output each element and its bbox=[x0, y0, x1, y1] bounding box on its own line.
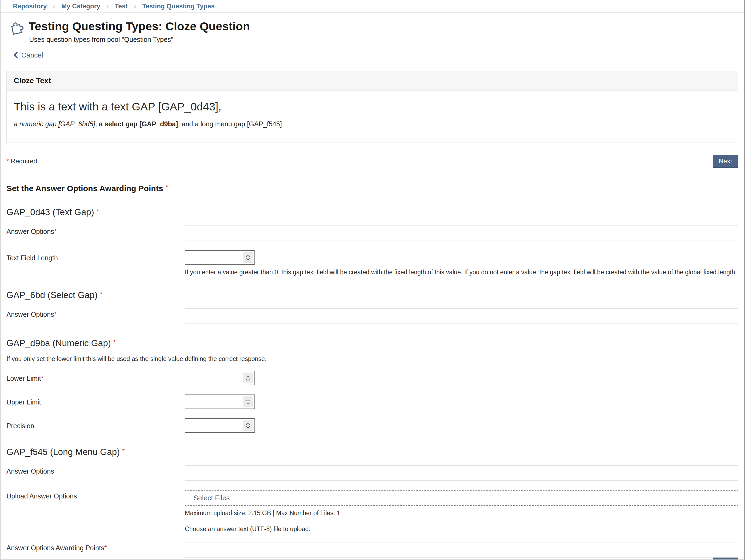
page-header: Testing Questing Types: Cloze Question U… bbox=[1, 13, 744, 43]
file-dropzone[interactable]: Select Files bbox=[185, 490, 738, 506]
required-asterisk: * bbox=[6, 157, 9, 165]
upper-limit-label: Upper Limit bbox=[1, 395, 185, 409]
cloze-text-line1: This is a text with a text GAP [GAP_0d43… bbox=[14, 100, 731, 113]
select-files-button[interactable]: Select Files bbox=[193, 494, 230, 502]
answer-options-label-text: Answer Options bbox=[6, 228, 54, 235]
required-asterisk: * bbox=[166, 184, 168, 191]
cloze-text-sep: , bbox=[95, 120, 99, 128]
cloze-text-panel-header: Cloze Text bbox=[7, 71, 738, 91]
answer-options-label-text: Answer Options bbox=[6, 311, 54, 318]
bottom-actions-row: * Required Next bbox=[6, 558, 738, 560]
select-gap-heading: GAP_6bd (Select Gap)* bbox=[6, 290, 744, 300]
form-heading-label: Set the Answer Options Awarding Points bbox=[6, 184, 163, 193]
chevron-up-icon bbox=[246, 399, 250, 402]
next-button-bottom[interactable]: Next bbox=[713, 558, 738, 560]
upload-answer-options-row: Upload Answer Options Select Files Maxim… bbox=[1, 490, 744, 533]
text-gap-answer-options-row: Answer Options* bbox=[1, 225, 744, 241]
page: Repository › My Category › Test › Testin… bbox=[0, 0, 745, 560]
number-spinner[interactable] bbox=[243, 396, 253, 407]
text-gap-answer-options-input[interactable] bbox=[185, 225, 738, 241]
required-note-top: * Required bbox=[6, 157, 37, 165]
chevron-down-icon bbox=[246, 402, 250, 405]
required-asterisk: * bbox=[113, 339, 116, 346]
text-gap-heading-label: GAP_0d43 (Text Gap) bbox=[6, 207, 94, 217]
precision-row: Precision bbox=[1, 418, 744, 433]
required-asterisk: * bbox=[41, 374, 44, 382]
cloze-text-bold-part: a select gap [GAP_d9ba] bbox=[99, 120, 178, 128]
cloze-text-panel-body: This is a text with a text GAP [GAP_0d43… bbox=[7, 91, 738, 143]
top-actions-row: * Required Next bbox=[6, 155, 738, 168]
required-asterisk: * bbox=[97, 208, 99, 215]
select-gap-answer-options-input[interactable] bbox=[185, 308, 738, 324]
select-gap-heading-label: GAP_6bd (Select Gap) bbox=[6, 290, 98, 300]
lower-limit-row: Lower Limit* bbox=[1, 371, 744, 385]
cloze-text-italic-part: a numeric gap [GAP_6bd5] bbox=[14, 120, 95, 128]
upload-help-text: Choose an answer text (UTF-8) file to up… bbox=[185, 525, 738, 533]
required-asterisk: * bbox=[54, 311, 57, 318]
upload-limits-text: Maximum upload size: 2.15 GB | Max Numbe… bbox=[185, 509, 738, 517]
lower-limit-label-text: Lower Limit bbox=[6, 374, 41, 382]
cloze-text-panel: Cloze Text This is a text with a text GA… bbox=[6, 71, 738, 143]
cloze-text-line2: a numeric gap [GAP_6bd5], a select gap [… bbox=[14, 120, 731, 128]
cancel-label: Cancel bbox=[21, 51, 43, 59]
section-select-gap: GAP_6bd (Select Gap)* Answer Options* bbox=[1, 276, 744, 324]
page-subtitle: Uses question types from pool "Question … bbox=[29, 36, 250, 43]
upper-limit-row: Upper Limit bbox=[1, 395, 744, 409]
form-heading: Set the Answer Options Awarding Points* bbox=[6, 184, 744, 193]
answer-options-label: Answer Options* bbox=[1, 225, 185, 241]
chevron-up-icon bbox=[246, 375, 250, 378]
required-asterisk: * bbox=[54, 228, 57, 235]
breadcrumb-item-my-category[interactable]: My Category bbox=[61, 2, 100, 10]
long-menu-answer-options-row: Answer Options bbox=[1, 465, 744, 481]
select-gap-answer-options-row: Answer Options* bbox=[1, 308, 744, 324]
number-spinner[interactable] bbox=[243, 252, 253, 263]
number-spinner[interactable] bbox=[243, 373, 253, 383]
breadcrumb-item-testing-questing-types[interactable]: Testing Questing Types bbox=[142, 2, 215, 10]
long-menu-answer-options-input[interactable] bbox=[185, 465, 738, 481]
puzzle-icon bbox=[8, 20, 24, 37]
chevron-right-icon: › bbox=[53, 2, 55, 11]
next-button-top[interactable]: Next bbox=[713, 155, 738, 168]
breadcrumb-item-test[interactable]: Test bbox=[115, 2, 128, 10]
required-asterisk: * bbox=[122, 447, 125, 455]
chevron-up-icon bbox=[246, 423, 250, 425]
breadcrumb: Repository › My Category › Test › Testin… bbox=[1, 0, 744, 13]
chevron-up-icon bbox=[246, 255, 250, 257]
chevron-right-icon: › bbox=[134, 2, 136, 11]
numeric-gap-heading: GAP_d9ba (Numeric Gap)* bbox=[6, 338, 744, 348]
text-field-length-help: If you enter a value greater than 0, thi… bbox=[185, 269, 738, 276]
precision-label: Precision bbox=[1, 418, 185, 433]
long-menu-gap-heading-label: GAP_f545 (Long Menu Gap) bbox=[6, 447, 120, 457]
awarding-points-label: Answer Options Awarding Points* bbox=[1, 542, 185, 558]
awarding-points-row: Answer Options Awarding Points* bbox=[1, 542, 744, 558]
required-asterisk: * bbox=[100, 290, 102, 298]
breadcrumb-item-repository[interactable]: Repository bbox=[13, 2, 47, 10]
chevron-down-icon bbox=[246, 258, 250, 260]
cloze-text-panel-title: Cloze Text bbox=[14, 76, 731, 85]
required-label: Required bbox=[11, 157, 37, 165]
back-chevron-icon bbox=[13, 51, 18, 59]
lower-limit-label: Lower Limit* bbox=[1, 371, 185, 385]
long-menu-gap-heading: GAP_f545 (Long Menu Gap)* bbox=[6, 447, 744, 457]
section-long-menu-gap: GAP_f545 (Long Menu Gap)* Answer Options… bbox=[1, 433, 744, 558]
required-asterisk: * bbox=[104, 544, 107, 552]
upload-answer-options-label: Upload Answer Options bbox=[1, 490, 185, 533]
awarding-points-label-text: Answer Options Awarding Points bbox=[6, 544, 104, 552]
answer-options-label: Answer Options* bbox=[1, 308, 185, 324]
cancel-link[interactable]: Cancel bbox=[13, 51, 43, 59]
cancel-row: Cancel bbox=[13, 51, 744, 60]
answer-options-label: Answer Options bbox=[1, 465, 185, 481]
page-title: Testing Questing Types: Cloze Question bbox=[29, 20, 250, 33]
awarding-points-input[interactable] bbox=[185, 542, 738, 558]
cloze-text-rest: , and a long menu gap [GAP_f545] bbox=[178, 120, 282, 128]
text-field-length-label: Text Field Length bbox=[1, 250, 185, 276]
numeric-gap-note: If you only set the lower limit this wil… bbox=[6, 355, 744, 363]
chevron-down-icon bbox=[246, 378, 250, 381]
section-numeric-gap: GAP_d9ba (Numeric Gap)* If you only set … bbox=[1, 324, 744, 433]
chevron-down-icon bbox=[246, 426, 250, 429]
number-spinner[interactable] bbox=[243, 420, 253, 431]
numeric-gap-heading-label: GAP_d9ba (Numeric Gap) bbox=[6, 338, 111, 348]
text-field-length-row: Text Field Length If you enter a value g… bbox=[1, 250, 744, 276]
text-gap-heading: GAP_0d43 (Text Gap)* bbox=[6, 207, 744, 217]
section-text-gap: GAP_0d43 (Text Gap)* Answer Options* Tex… bbox=[1, 193, 744, 276]
